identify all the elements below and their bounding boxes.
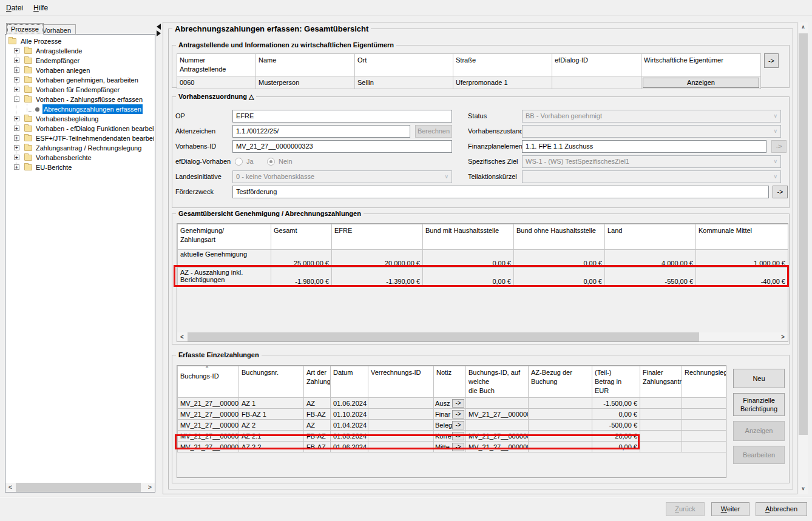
- finanzielle-berichtigung-button[interactable]: Finanzielle Berichtigung: [733, 393, 785, 416]
- payment-row[interactable]: MV_21_27__0000000 FB-AZ 1 FB-AZ 01.10.20…: [178, 409, 726, 420]
- abbrechen-button[interactable]: Abbrechen: [756, 502, 807, 516]
- tree-item-vorhabensbegleitung[interactable]: + Vorhabensbegleitung: [6, 114, 154, 124]
- expand-icon[interactable]: +: [14, 67, 19, 73]
- op-field[interactable]: EFRE: [232, 110, 452, 123]
- scroll-down-button[interactable]: ∨: [799, 484, 808, 494]
- column-header[interactable]: Verrechnungs-ID: [368, 366, 434, 398]
- tree-item-esf-jtf[interactable]: + ESF+/JTF-Teilnehmendendaten bearbeiten: [6, 133, 154, 143]
- column-header-buchungs-id[interactable]: ^Buchungs-ID: [178, 366, 239, 398]
- column-header[interactable]: Notiz: [434, 366, 466, 398]
- expand-icon[interactable]: +: [14, 155, 19, 160]
- column-header[interactable]: Art der Zahlung: [304, 366, 331, 398]
- note-arrow-button[interactable]: ->: [452, 399, 464, 408]
- menu-hilfe[interactable]: Hilfe: [29, 0, 52, 15]
- note-arrow-button[interactable]: ->: [452, 421, 464, 429]
- applicant-row[interactable]: 0060 Musterperson Sellin Uferpromonade 1…: [177, 76, 761, 89]
- finanzplanelement-arrow-button[interactable]: ->: [771, 140, 787, 153]
- tab-label: Vorhaben: [42, 27, 71, 34]
- column-header[interactable]: Finaler Zahlungsantra: [640, 366, 682, 398]
- vorhabens-id-label: Vorhabens-ID: [175, 140, 216, 153]
- landesinitiative-select[interactable]: 0 - keine Vorhabensklasse∨: [232, 170, 452, 183]
- vorhabenszustand-select[interactable]: ∨: [522, 125, 781, 138]
- column-header[interactable]: (Teil-) Betrag in EUR: [592, 366, 640, 398]
- expand-icon[interactable]: +: [14, 77, 19, 82]
- tree-item-label: EU-Berichte: [35, 163, 73, 172]
- note-arrow-button[interactable]: ->: [452, 443, 464, 451]
- berechnen-button[interactable]: Berechnen: [415, 125, 452, 138]
- scroll-left-button[interactable]: <: [177, 332, 187, 341]
- tree-item-vorhaben-genehmigen[interactable]: + Vorhaben genehmigen, bearbeiten: [6, 75, 154, 85]
- splitter-collapse-icon[interactable]: [157, 24, 161, 36]
- finanzplanelement-field[interactable]: 1.1. FPE 1.1 Zuschuss: [522, 140, 766, 153]
- tree-item-vorhaben-anlegen[interactable]: + Vorhaben anlegen: [6, 66, 154, 75]
- tree-item-label: Vorhabensbegleitung: [35, 114, 100, 124]
- column-header[interactable]: Buchungsnr.: [239, 366, 304, 398]
- note-arrow-button[interactable]: ->: [452, 410, 464, 418]
- tree-item-eu-berichte[interactable]: + EU-Berichte: [6, 163, 154, 172]
- tree-item-endempfaenger[interactable]: + Endempfänger: [6, 56, 154, 66]
- note-arrow-button[interactable]: ->: [452, 432, 464, 440]
- expand-icon[interactable]: +: [14, 145, 19, 150]
- expand-icon[interactable]: +: [14, 126, 19, 131]
- column-header[interactable]: Datum: [331, 366, 368, 398]
- table-cell: [682, 398, 726, 409]
- table-cell: MV_21_27__0000000: [178, 409, 239, 420]
- tree-item-antragstellende[interactable]: + Antragstellende: [6, 46, 154, 56]
- expand-icon[interactable]: +: [14, 58, 19, 63]
- table-cell: 0,00 €: [592, 442, 640, 452]
- payment-row[interactable]: MV_21_27__0000000 AZ 1 AZ 01.06.2024 Aus…: [178, 398, 726, 409]
- scroll-left-button[interactable]: <: [5, 483, 15, 492]
- tree-item-alle-prozesse[interactable]: Alle Prozesse: [6, 36, 154, 46]
- scrollbar-thumb[interactable]: [188, 332, 699, 341]
- scroll-right-button[interactable]: >: [145, 483, 155, 492]
- overview-row-genehmigung[interactable]: aktuelle Genehmigung 25.000,00 € 20.000,…: [178, 250, 788, 268]
- teilaktionskuerzel-select[interactable]: ∨: [522, 170, 781, 183]
- tree-item-efdialog-funktionen[interactable]: + Vorhaben - efDialog Funktionen bearbei…: [6, 124, 154, 133]
- spezifisches-ziel-select[interactable]: WS-1 - (WS) TestSpezifischesZiel1∨: [522, 155, 781, 168]
- overview-section-title: Gesamtübersicht Genehmigung / Abrechnung…: [176, 210, 364, 217]
- scrollbar-thumb[interactable]: [799, 33, 808, 435]
- tree-item-zahlungsfluesse[interactable]: - Vorhaben - Zahlungsflüsse erfassen: [6, 95, 154, 104]
- scroll-right-button[interactable]: >: [778, 332, 788, 341]
- foerderzweck-field[interactable]: Testförderung: [232, 186, 769, 198]
- tree-item-zahlungsantrag[interactable]: + Zahlungsantrag / Rechnungslegung: [6, 143, 154, 153]
- zurueck-button[interactable]: Zurück: [666, 502, 705, 516]
- scrollbar-thumb[interactable]: [16, 483, 141, 492]
- column-header[interactable]: Rechnungslegu: [682, 366, 726, 398]
- vorhabens-id-field[interactable]: MV_21_27__0000000323: [232, 140, 452, 153]
- table-cell: AZ: [304, 398, 331, 409]
- expand-icon[interactable]: +: [14, 116, 19, 121]
- payment-row[interactable]: MV_21_27__0000000 AZ 2.1 FB-AZ 01.05.202…: [178, 431, 726, 442]
- applicant-detail-arrow-button[interactable]: ->: [764, 53, 779, 68]
- neu-button[interactable]: Neu: [733, 369, 785, 388]
- aktenzeichen-field[interactable]: 1.1./00122/25/: [232, 125, 410, 138]
- menu-datei[interactable]: Datei: [2, 0, 27, 15]
- tree-item-abrechnungszahlungen[interactable]: Abrechnungszahlungen erfassen: [6, 104, 154, 114]
- folder-icon: [24, 48, 32, 54]
- scroll-up-button[interactable]: ∧: [799, 22, 808, 32]
- foerderzweck-arrow-button[interactable]: ->: [773, 186, 788, 198]
- collapse-icon[interactable]: -: [14, 96, 19, 102]
- weiter-button[interactable]: Weiter: [711, 502, 749, 516]
- foerderzweck-label: Förderzweck: [175, 186, 214, 198]
- table-cell: AZ 2.2: [239, 442, 304, 452]
- expand-icon[interactable]: +: [14, 135, 19, 141]
- anzeigen-button[interactable]: Anzeigen: [643, 78, 759, 88]
- bearbeiten-button[interactable]: Bearbeiten: [733, 446, 785, 464]
- status-select[interactable]: BB - Vorhaben genehmigt∨: [522, 110, 781, 123]
- tab-prozesse[interactable]: Prozesse: [6, 23, 44, 35]
- anzeigen-button-disabled[interactable]: Anzeigen: [733, 421, 785, 441]
- tree-item-vorhaben-endempfaenger[interactable]: + Vorhaben für Endempfänger: [6, 85, 154, 95]
- radio-nein[interactable]: [267, 158, 275, 166]
- expand-icon[interactable]: +: [14, 48, 19, 53]
- tree-item-vorhabensberichte[interactable]: + Vorhabensberichte: [6, 153, 154, 163]
- payment-row-highlighted[interactable]: MV_21_27__0000000 AZ 2.2 FB-AZ 01.06.202…: [178, 442, 726, 452]
- applicant-table: Nummer Antragstellende Name Ort Straße e…: [177, 53, 761, 89]
- column-header[interactable]: AZ-Bezug der Buchung: [529, 366, 592, 398]
- expand-icon[interactable]: +: [14, 164, 19, 170]
- overview-row-auszahlung[interactable]: AZ - Auszahlung inkl. Berichtigungen -1.…: [178, 268, 788, 286]
- column-header[interactable]: Buchungs-ID, auf welche die Buch: [466, 366, 529, 398]
- expand-icon[interactable]: +: [14, 87, 19, 92]
- payment-row[interactable]: MV_21_27__0000000 AZ 2 AZ 01.04.2024 Bel…: [178, 420, 726, 431]
- radio-ja[interactable]: [235, 158, 243, 166]
